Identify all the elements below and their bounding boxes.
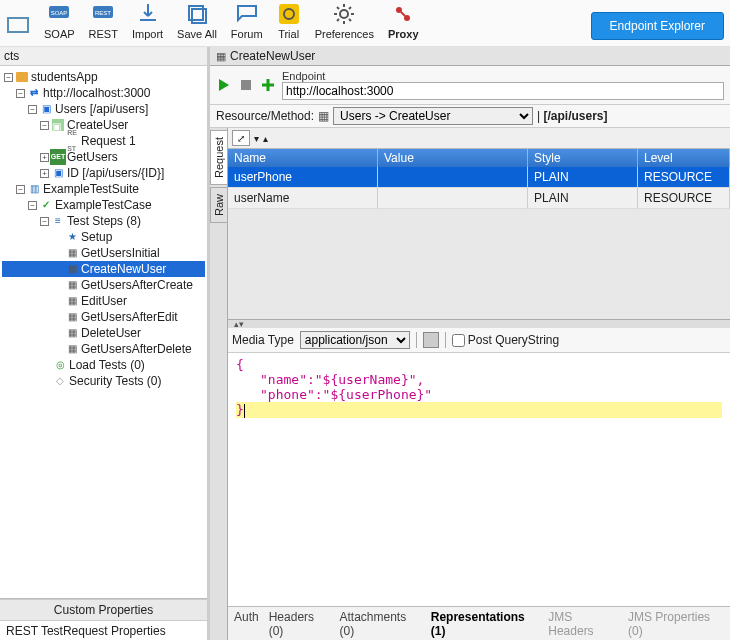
tree-item[interactable]: ▦GetUsersAfterDelete	[2, 341, 205, 357]
toolbar-soap[interactable]: SOAP SOAP	[44, 2, 75, 40]
tree-expander[interactable]: −	[16, 185, 25, 194]
tree-label: DeleteUser	[81, 325, 141, 341]
tree-item[interactable]: −▥ExampleTestSuite	[2, 181, 205, 197]
tree-expander[interactable]: −	[4, 73, 13, 82]
bottom-tab[interactable]: Attachments (0)	[339, 610, 420, 638]
tree-item[interactable]: ▦EditUser	[2, 293, 205, 309]
tree-item[interactable]: +▣ID [/api/users/{ID}]	[2, 165, 205, 181]
toolbar-preferences[interactable]: Preferences	[315, 2, 374, 40]
bottom-tab[interactable]: Headers (0)	[269, 610, 330, 638]
chevron-up-icon[interactable]: ▴	[263, 133, 268, 144]
endpoint-input[interactable]	[282, 82, 724, 100]
tree-expander[interactable]: +	[40, 153, 49, 162]
toolbar-label: Forum	[231, 28, 263, 40]
editor-tab[interactable]: ▦ CreateNewUser	[210, 47, 730, 66]
project-tree[interactable]: −studentsApp−⇄http://localhost:3000−▣Use…	[0, 66, 207, 598]
bottom-tab[interactable]: Representations (1)	[431, 610, 539, 638]
tree-label: GetUsersAfterDelete	[81, 341, 192, 357]
tree-item[interactable]: ▦GetUsersAfterCreate	[2, 277, 205, 293]
import-icon	[136, 2, 160, 26]
chevron-down-icon[interactable]: ▾	[254, 133, 259, 144]
toolbar-forum[interactable]: Forum	[231, 2, 263, 40]
col-name: Name	[228, 149, 378, 167]
request-editor-panel: ▦ CreateNewUser Endpoint Resource/Method…	[210, 47, 730, 640]
tree-item[interactable]: RESTRequest 1	[2, 133, 205, 149]
tree-item[interactable]: −✓ExampleTestCase	[2, 197, 205, 213]
tree-expander[interactable]: +	[40, 169, 49, 178]
tree-item[interactable]: −≡Test Steps (8)	[2, 213, 205, 229]
toolbar-saveall[interactable]: Save All	[177, 2, 217, 40]
toolbar-item-0[interactable]	[6, 14, 30, 40]
toolbar-import[interactable]: Import	[132, 2, 163, 40]
json-line: {	[236, 357, 244, 372]
tree-expander[interactable]: −	[40, 217, 49, 226]
table-row[interactable]: userNamePLAINRESOURCE	[228, 188, 730, 209]
toolbar-proxy[interactable]: Proxy	[388, 2, 419, 40]
editor-tab-title: CreateNewUser	[230, 49, 315, 63]
expand-icon[interactable]: ⤢	[232, 130, 250, 146]
tree-item[interactable]: ◎Load Tests (0)	[2, 357, 205, 373]
toolbar-label: SOAP	[44, 28, 75, 40]
toolbar-rest[interactable]: REST REST	[89, 2, 118, 40]
tree-item[interactable]: ▦DeleteUser	[2, 325, 205, 341]
tree-label: Request 1	[81, 133, 136, 149]
svg-text:REST: REST	[95, 10, 111, 16]
tree-label: GetUsersAfterCreate	[81, 277, 193, 293]
rest-icon: REST	[91, 2, 115, 26]
tree-item[interactable]: ▦GetUsersInitial	[2, 245, 205, 261]
params-grid[interactable]: Name Value Style Level userPhonePLAINRES…	[228, 149, 730, 320]
main-toolbar: SOAP SOAP REST REST Import Save All Foru…	[0, 0, 730, 47]
tree-expander[interactable]: −	[40, 121, 49, 130]
navigator-panel: cts −studentsApp−⇄http://localhost:3000−…	[0, 47, 210, 640]
resource-method-select[interactable]: Users -> CreateUser	[333, 107, 533, 125]
add-icon[interactable]	[260, 77, 276, 93]
get-icon: GET	[51, 150, 65, 164]
toolbar-trial[interactable]: Trial	[277, 2, 301, 40]
json-line: }	[236, 402, 244, 417]
tree-label: GetUsersInitial	[81, 245, 160, 261]
splitter[interactable]: ▴▾	[228, 320, 730, 328]
bottom-tab[interactable]: JMS Headers	[548, 610, 618, 638]
tree-item[interactable]: ▦CreateNewUser	[2, 261, 205, 277]
side-tab-raw[interactable]: Raw	[210, 187, 228, 223]
tree-item[interactable]: −⇄http://localhost:3000	[2, 85, 205, 101]
json-line: "phone":"${userPhone}"	[260, 387, 432, 402]
custom-properties-tab[interactable]: Custom Properties	[0, 599, 207, 620]
saveall-icon	[185, 2, 209, 26]
media-type-select[interactable]: application/json	[300, 331, 410, 349]
stop-icon[interactable]	[238, 77, 254, 93]
tree-label: ExampleTestSuite	[43, 181, 139, 197]
trial-icon	[277, 2, 301, 26]
tree-item[interactable]: −studentsApp	[2, 69, 205, 85]
endpoint-explorer-button[interactable]: Endpoint Explorer	[591, 12, 724, 40]
bottom-tab[interactable]: Auth	[234, 610, 259, 638]
svg-point-9	[340, 10, 348, 18]
tree-expander[interactable]: −	[28, 201, 37, 210]
tree-item[interactable]: −▣Users [/api/users]	[2, 101, 205, 117]
tree-expander[interactable]: −	[16, 89, 25, 98]
tree-item[interactable]: −▣CreateUser	[2, 117, 205, 133]
toolbar-label: Save All	[177, 28, 217, 40]
view-mode-button[interactable]	[423, 332, 439, 348]
grid-icon: ▦	[318, 109, 329, 123]
grid-icon: ▦	[65, 310, 79, 324]
gear-icon	[332, 2, 356, 26]
json-line: "name":"${userName}",	[260, 372, 424, 387]
rest-testrequest-properties-tab[interactable]: REST TestRequest Properties	[0, 620, 207, 640]
tree-expander[interactable]: −	[28, 105, 37, 114]
side-tab-request[interactable]: Request	[210, 130, 228, 185]
grid-icon: ▦	[65, 278, 79, 292]
tree-item[interactable]: ◇Security Tests (0)	[2, 373, 205, 389]
tree-item[interactable]: ▦GetUsersAfterEdit	[2, 309, 205, 325]
left-property-tabs: Custom Properties REST TestRequest Prope…	[0, 598, 207, 640]
endpoint-label: Endpoint	[282, 70, 724, 82]
play-icon[interactable]	[216, 77, 232, 93]
tree-label: ExampleTestCase	[55, 197, 152, 213]
tree-item[interactable]: ★Setup	[2, 229, 205, 245]
post-querystring-checkbox[interactable]: Post QueryString	[452, 333, 559, 347]
table-row[interactable]: userPhonePLAINRESOURCE	[228, 167, 730, 188]
request-body-editor[interactable]: { "name":"${userName}", "phone":"${userP…	[228, 353, 730, 606]
bottom-tab[interactable]: JMS Properties (0)	[628, 610, 724, 638]
star-icon: ★	[65, 230, 79, 244]
tree-item[interactable]: +GETGetUsers	[2, 149, 205, 165]
